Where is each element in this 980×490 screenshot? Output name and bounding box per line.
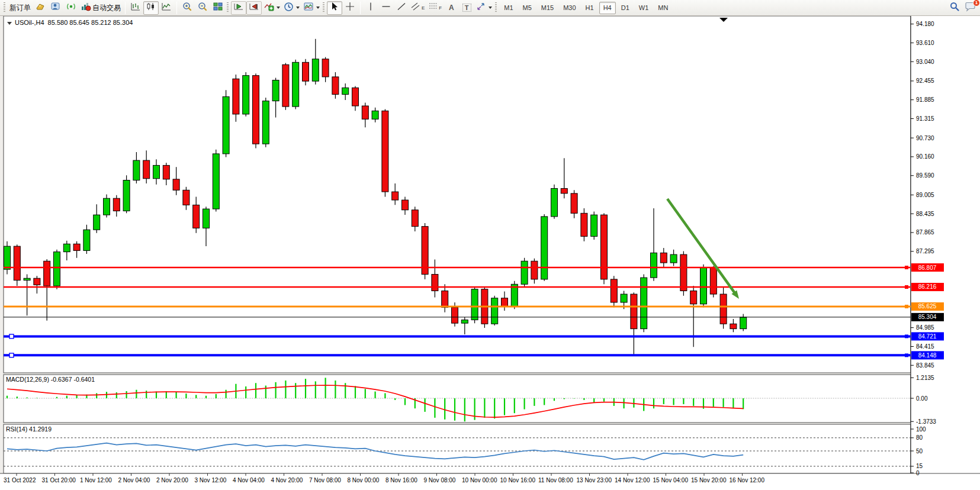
bull-candle: [243, 76, 249, 114]
channel-tool-button[interactable]: E: [409, 1, 426, 15]
bear-candle: [660, 253, 667, 263]
dropdown-caret-icon: [316, 7, 320, 9]
price-tick-label: 90.730: [916, 135, 934, 141]
time-axis-label: 8 Nov 00:00: [348, 477, 380, 483]
line-chart-button[interactable]: [159, 1, 174, 15]
autotrading-button[interactable]: 自动交易: [79, 1, 123, 15]
line-anchor: [905, 334, 908, 338]
price-scale-area[interactable]: [911, 16, 980, 473]
new-order-button[interactable]: 新订单: [8, 1, 33, 15]
user-terminal-icon: [50, 2, 61, 14]
chart-canvas[interactable]: 94.18093.61093.04092.45591.88591.31590.7…: [0, 16, 980, 490]
price-badge-label: 84.721: [918, 333, 937, 340]
vertical-line-tool-button[interactable]: [363, 1, 378, 15]
search-button[interactable]: [947, 1, 962, 15]
market-watch-button[interactable]: [33, 1, 48, 15]
timeframe-button-MN[interactable]: MN: [654, 2, 672, 14]
trendline-icon: [397, 2, 406, 14]
bull-candle: [651, 253, 657, 278]
bear-candle: [432, 275, 438, 291]
time-axis-label: 16 Nov 12:00: [730, 477, 765, 483]
toolbar-grip[interactable]: [227, 2, 229, 13]
dropdown-caret-icon: [296, 7, 300, 9]
line-handle[interactable]: [9, 334, 14, 339]
time-axis-label: 11 Nov 08:00: [538, 477, 573, 483]
text-label-tool-button[interactable]: T: [459, 1, 474, 15]
bull-candle: [551, 188, 558, 216]
terminal-button[interactable]: [48, 1, 63, 15]
cursor-button[interactable]: [327, 1, 342, 15]
indicators-button[interactable]: [262, 1, 282, 15]
bear-candle: [303, 62, 309, 81]
timeframe-button-M30[interactable]: M30: [559, 2, 580, 14]
time-axis-label: 31 Oct 2022: [4, 477, 36, 483]
toolbar-separator: [125, 2, 126, 14]
auto-scroll-button[interactable]: [231, 1, 246, 15]
price-tick-label: 84.415: [916, 343, 934, 350]
fibonacci-icon: [428, 2, 439, 14]
toolbar-grip[interactable]: [323, 2, 324, 13]
timeframe-button-D1[interactable]: D1: [617, 2, 634, 14]
horizontal-line-tool-button[interactable]: [378, 1, 394, 15]
price-tick-label: 93.610: [916, 40, 934, 46]
fibonacci-tool-button[interactable]: F: [426, 1, 444, 15]
line-chart-icon: [161, 2, 172, 14]
bull-candle: [641, 278, 647, 328]
line-handle[interactable]: [9, 353, 14, 357]
bull-candle: [461, 320, 468, 324]
time-axis-label: 10 Nov 16:00: [500, 477, 536, 483]
time-axis-label: 13 Nov 23:00: [577, 477, 612, 483]
zoom-out-button[interactable]: [195, 1, 210, 15]
time-axis-label: 2 Nov 20:00: [156, 477, 188, 483]
bear-candle: [680, 254, 687, 291]
templates-button[interactable]: [301, 1, 322, 15]
bull-candle: [670, 254, 677, 263]
notification-badge: 1: [973, 0, 980, 7]
price-badge-label: 86.807: [918, 265, 937, 271]
signals-button[interactable]: [63, 1, 79, 15]
price-badge-label: 84.148: [918, 352, 937, 359]
toolbar-grip[interactable]: [4, 2, 5, 13]
timeframe-button-H4[interactable]: H4: [599, 2, 616, 14]
chart-shift-button[interactable]: [246, 1, 262, 15]
timeframe-button-M15[interactable]: M15: [537, 2, 558, 14]
zoom-in-icon: [182, 2, 192, 14]
text-tool-button[interactable]: A: [444, 1, 459, 15]
time-axis-label: 2 Nov 04:00: [118, 477, 150, 483]
time-axis-label: 10 Nov 00:00: [462, 477, 497, 483]
bear-candle: [720, 294, 727, 324]
bar-chart-button[interactable]: [128, 1, 143, 15]
timeframe-button-M5[interactable]: M5: [519, 2, 536, 14]
crosshair-button[interactable]: [342, 1, 358, 15]
bear-candle: [581, 213, 587, 236]
chart-title: USOil-,H4 85.580 85.645 85.212 85.304: [7, 19, 133, 26]
tile-windows-button[interactable]: [210, 1, 226, 15]
bull-candle: [213, 154, 219, 209]
template-icon: [303, 2, 314, 14]
timeframe-button-W1[interactable]: W1: [635, 2, 653, 14]
signal-icon: [66, 2, 76, 14]
zoom-in-button[interactable]: [179, 1, 195, 15]
timeframe-button-M1[interactable]: M1: [500, 2, 517, 14]
bear-candle: [163, 165, 169, 179]
trendline-tool-button[interactable]: [394, 1, 409, 15]
timeframe-button-H1[interactable]: H1: [581, 2, 598, 14]
toolbar-separator: [360, 2, 361, 14]
toolbar-separator: [176, 2, 177, 14]
arrows-tool-button[interactable]: [474, 1, 494, 15]
bull-candle: [63, 244, 70, 252]
periods-button[interactable]: [282, 1, 301, 15]
bull-candle: [740, 317, 747, 329]
equidistant-channel-icon: [411, 2, 422, 14]
bull-candle: [342, 88, 349, 94]
time-axis-label: 7 Nov 08:00: [309, 477, 341, 483]
autotrading-label: 自动交易: [92, 3, 121, 13]
toolbar-grip[interactable]: [495, 2, 497, 13]
bear-candle: [193, 205, 200, 228]
candlestick-chart-button[interactable]: [143, 1, 159, 15]
chat-button[interactable]: 1: [962, 1, 978, 15]
time-axis-label: 15 Nov 04:00: [653, 477, 689, 483]
bull-candle: [223, 96, 229, 154]
bear-candle: [571, 194, 577, 213]
chart-collapse-icon[interactable]: [7, 22, 12, 25]
